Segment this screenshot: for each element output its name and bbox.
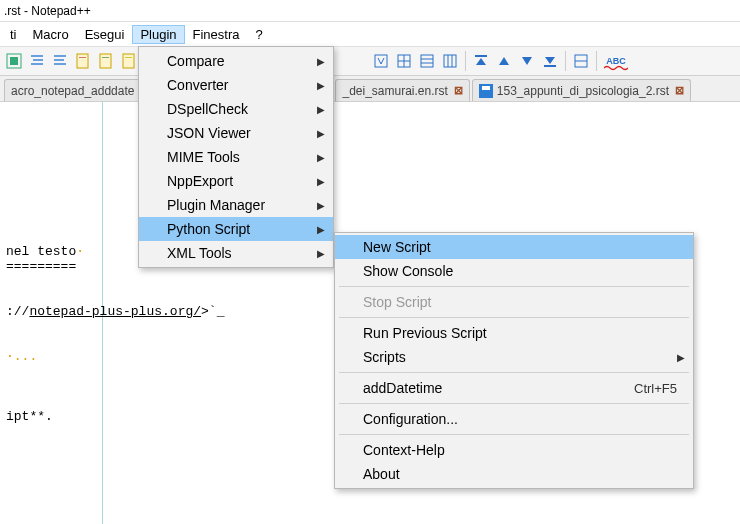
- menu-python-script[interactable]: Python Script▶: [139, 217, 333, 241]
- arrow-icon: ▶: [317, 80, 325, 91]
- svg-rect-13: [125, 57, 132, 58]
- menu-adddatetime[interactable]: addDatetimeCtrl+F5: [335, 376, 693, 400]
- svg-rect-8: [77, 54, 88, 68]
- menu-plugin-manager[interactable]: Plugin Manager▶: [139, 193, 333, 217]
- tab-label: _dei_samurai.en.rst: [342, 84, 447, 98]
- close-icon[interactable]: ⊠: [454, 84, 463, 97]
- menu-scripts[interactable]: Scripts▶: [335, 345, 693, 369]
- arrow-icon: ▶: [317, 176, 325, 187]
- menu-separator: [339, 286, 689, 287]
- menu-compare[interactable]: Compare▶: [139, 49, 333, 73]
- menu-help[interactable]: ?: [247, 25, 270, 44]
- svg-rect-11: [102, 57, 109, 58]
- arrow-icon: ▶: [317, 104, 325, 115]
- svg-rect-2: [31, 55, 43, 57]
- tabs-bar: acro_notepad_adddate _dei_samurai.en.rst…: [0, 76, 740, 102]
- svg-rect-21: [444, 55, 456, 67]
- toolbar-doc2-icon[interactable]: [96, 51, 116, 71]
- svg-rect-1: [10, 57, 18, 65]
- menu-configuration[interactable]: Configuration...: [335, 407, 693, 431]
- svg-rect-9: [79, 57, 86, 58]
- menu-stop-script: Stop Script: [335, 290, 693, 314]
- menu-separator: [339, 372, 689, 373]
- svg-rect-14: [375, 55, 387, 67]
- svg-marker-26: [499, 57, 509, 65]
- menu-macro[interactable]: Macro: [25, 25, 77, 44]
- menu-run-previous-script[interactable]: Run Previous Script: [335, 321, 693, 345]
- svg-marker-25: [476, 58, 486, 65]
- svg-rect-6: [54, 59, 64, 61]
- save-icon: [479, 84, 493, 98]
- toolbar-spellcheck-icon[interactable]: ABC: [602, 51, 630, 71]
- arrow-icon: ▶: [317, 128, 325, 139]
- title-bar: .rst - Notepad++: [0, 0, 740, 22]
- toolbar-separator-4: [596, 51, 597, 71]
- menu-about[interactable]: About: [335, 462, 693, 486]
- close-icon[interactable]: ⊠: [675, 84, 684, 97]
- shortcut-label: Ctrl+F5: [634, 381, 677, 396]
- tab-3[interactable]: 153_appunti_di_psicologia_2.rst ⊠: [472, 79, 691, 101]
- svg-rect-12: [123, 54, 134, 68]
- arrow-icon: ▶: [677, 352, 685, 363]
- toolbar-down-icon[interactable]: [517, 51, 537, 71]
- arrow-icon: ▶: [317, 200, 325, 211]
- menu-esegui[interactable]: Esegui: [77, 25, 133, 44]
- arrow-icon: ▶: [317, 152, 325, 163]
- toolbar-icon-1[interactable]: [4, 51, 24, 71]
- toolbar: ABC: [0, 46, 740, 76]
- arrow-icon: ▶: [317, 248, 325, 259]
- svg-rect-18: [421, 55, 433, 67]
- toolbar-separator-3: [565, 51, 566, 71]
- menu-nppexport[interactable]: NppExport▶: [139, 169, 333, 193]
- menu-ti[interactable]: ti: [2, 25, 25, 44]
- menu-new-script[interactable]: New Script: [335, 235, 693, 259]
- svg-marker-28: [545, 57, 555, 64]
- toolbar-up-icon[interactable]: [494, 51, 514, 71]
- plugin-menu: Compare▶ Converter▶ DSpellCheck▶ JSON Vi…: [138, 46, 334, 268]
- menu-separator: [339, 317, 689, 318]
- arrow-icon: ▶: [317, 224, 325, 235]
- toolbar-collapse-top-icon[interactable]: [471, 51, 491, 71]
- menu-separator: [339, 403, 689, 404]
- toolbar-doc1-icon[interactable]: [73, 51, 93, 71]
- python-script-submenu: New Script Show Console Stop Script Run …: [334, 232, 694, 489]
- toolbar-doc3-icon[interactable]: [119, 51, 139, 71]
- toolbar-separator-2: [465, 51, 466, 71]
- menu-json-viewer[interactable]: JSON Viewer▶: [139, 121, 333, 145]
- menu-separator: [339, 434, 689, 435]
- tab-1[interactable]: acro_notepad_adddate: [4, 79, 141, 101]
- menu-finestra[interactable]: Finestra: [185, 25, 248, 44]
- svg-rect-7: [54, 63, 66, 65]
- window-title: .rst - Notepad++: [4, 4, 91, 18]
- svg-rect-4: [31, 63, 43, 65]
- toolbar-grid4-icon[interactable]: [571, 51, 591, 71]
- menu-dspellcheck[interactable]: DSpellCheck▶: [139, 97, 333, 121]
- menu-mime-tools[interactable]: MIME Tools▶: [139, 145, 333, 169]
- menu-plugin[interactable]: Plugin: [132, 25, 184, 44]
- toolbar-grid3-icon[interactable]: [440, 51, 460, 71]
- toolbar-func1-icon[interactable]: [371, 51, 391, 71]
- arrow-icon: ▶: [317, 56, 325, 67]
- svg-rect-10: [100, 54, 111, 68]
- tab-2[interactable]: _dei_samurai.en.rst ⊠: [335, 79, 469, 101]
- tab-label: 153_appunti_di_psicologia_2.rst: [497, 84, 669, 98]
- toolbar-grid2-icon[interactable]: [417, 51, 437, 71]
- menu-xml-tools[interactable]: XML Tools▶: [139, 241, 333, 265]
- toolbar-collapse-bottom-icon[interactable]: [540, 51, 560, 71]
- toolbar-indent-left-icon[interactable]: [27, 51, 47, 71]
- svg-marker-27: [522, 57, 532, 65]
- toolbar-grid1-icon[interactable]: [394, 51, 414, 71]
- toolbar-indent-right-icon[interactable]: [50, 51, 70, 71]
- svg-rect-5: [54, 55, 66, 57]
- menu-show-console[interactable]: Show Console: [335, 259, 693, 283]
- menu-context-help[interactable]: Context-Help: [335, 438, 693, 462]
- menu-converter[interactable]: Converter▶: [139, 73, 333, 97]
- svg-rect-3: [33, 59, 43, 61]
- tab-label: acro_notepad_adddate: [11, 84, 134, 98]
- menu-bar: ti Macro Esegui Plugin Finestra ?: [0, 22, 740, 46]
